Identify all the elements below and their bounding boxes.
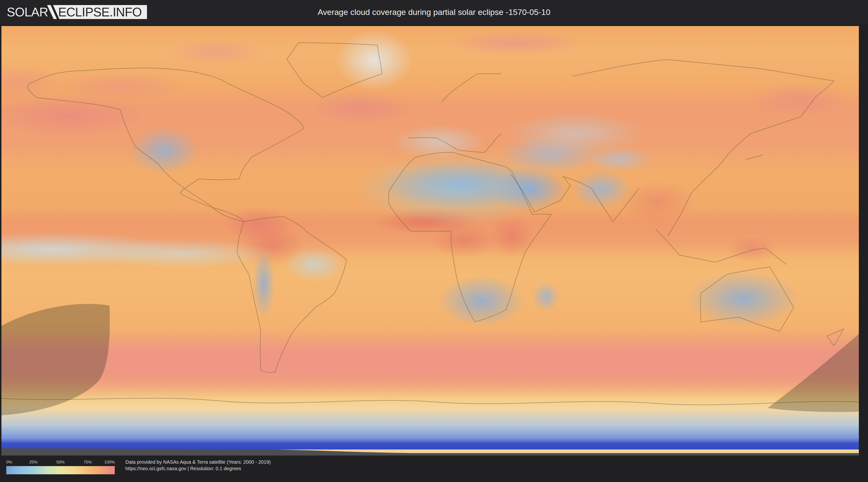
attribution: Data provided by NASAs Aqua & Terra sate… bbox=[125, 459, 271, 472]
legend-gradient-bar bbox=[6, 466, 115, 474]
page: SOLAR ECLIPSE.INFO Average cloud coverag… bbox=[0, 0, 868, 482]
no-data-band bbox=[1, 448, 859, 455]
attribution-line-1: Data provided by NASAs Aqua & Terra sate… bbox=[125, 459, 271, 465]
logo-text-eclipse: ECLIPSE.INFO bbox=[58, 6, 142, 18]
coastline-outlines bbox=[1, 43, 859, 405]
site-logo[interactable]: SOLAR ECLIPSE.INFO bbox=[7, 0, 147, 24]
logo-text-solar: SOLAR bbox=[7, 6, 48, 18]
world-map[interactable] bbox=[1, 26, 859, 455]
footer: 0% 25% 50% 75% 100% Data provided by NAS… bbox=[0, 455, 868, 482]
legend-tick-labels: 0% 25% 50% 75% 100% bbox=[6, 460, 115, 465]
legend-tick: 75% bbox=[84, 460, 92, 464]
legend-tick: 50% bbox=[56, 460, 65, 464]
eclipse-shadow-left bbox=[1, 304, 110, 415]
header: SOLAR ECLIPSE.INFO Average cloud coverag… bbox=[0, 0, 868, 24]
legend-tick: 100% bbox=[104, 460, 115, 464]
legend: 0% 25% 50% 75% 100% bbox=[6, 460, 115, 477]
attribution-line-2: https://neo.sci.gsfc.nasa.gov | Resoluti… bbox=[125, 465, 271, 472]
page-title: Average cloud coverage during partial so… bbox=[317, 7, 550, 17]
eclipse-shadow-right bbox=[768, 334, 859, 412]
legend-tick: 25% bbox=[29, 460, 37, 464]
logo-badge: ECLIPSE.INFO bbox=[47, 5, 147, 19]
map-vector-layer bbox=[1, 26, 859, 455]
legend-tick: 0% bbox=[6, 460, 12, 464]
